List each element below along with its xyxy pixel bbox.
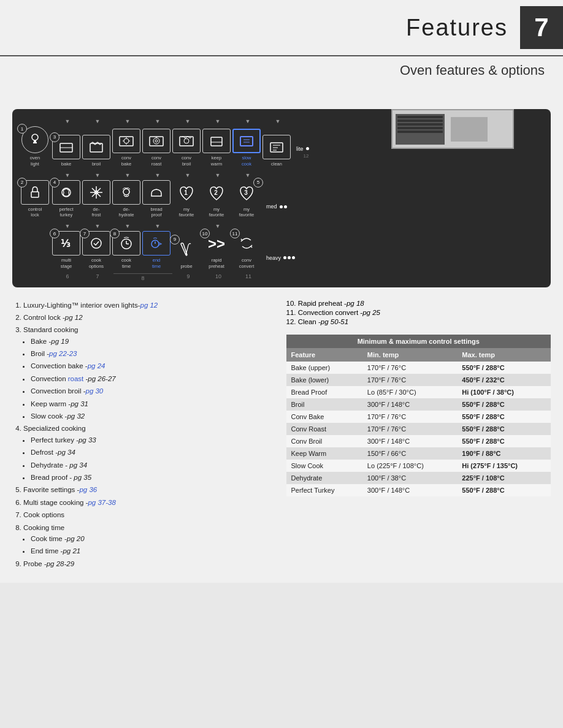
col-min-temp: Min. temp <box>362 348 457 362</box>
arrow-multi-stage: ▼ <box>53 223 82 229</box>
display-line-1 <box>397 116 443 118</box>
rapid-preheat-button[interactable]: >> rapidpreheat 10 <box>202 231 231 270</box>
bread-proof-icon <box>142 180 170 205</box>
end-time-icon <box>142 231 170 256</box>
display-line-2 <box>397 119 443 122</box>
arrow-conv-roast: ▼ <box>144 118 172 124</box>
broil-label: broil <box>92 161 101 167</box>
my-favorite-2-button[interactable]: 2 myfavorite <box>202 180 231 219</box>
badge-10: 10 <box>200 229 210 238</box>
cook-time-label: cooktime <box>121 257 131 270</box>
control-lock-button[interactable]: controllock 2 <box>20 180 50 219</box>
lite-section: lite 12 <box>296 146 309 167</box>
arrow-bake: ▼ <box>53 118 82 124</box>
dehydrate-label: de-hydrate <box>118 207 134 219</box>
conv-broil-button[interactable]: convbroil <box>172 129 201 167</box>
features-list: Luxury-Lighting™ interior oven lights-pg… <box>12 300 277 571</box>
badge-2: 2 <box>17 178 27 188</box>
badge-4: 4 <box>50 178 59 188</box>
ann-7: 7 <box>83 273 112 281</box>
dehydrate-button[interactable]: de-hydrate <box>112 180 140 219</box>
display-line-3 <box>397 123 443 126</box>
badge-9: 9 <box>170 235 180 245</box>
cook-options-button[interactable]: cookoptions 7 <box>82 231 110 270</box>
svg-point-27 <box>123 189 129 195</box>
oven-light-button[interactable]: ovenlight 1 <box>20 126 50 167</box>
my-favorite-3-button[interactable]: 3 myfavorite 5 <box>232 180 261 219</box>
table-row: Conv Bake170°F / 76°C550°F / 288°C <box>286 411 551 423</box>
probe-button[interactable]: probe 9 <box>172 237 201 270</box>
perfect-turkey-label: perfectturkey <box>59 207 74 219</box>
oven-light-label: ovenlight <box>30 155 40 167</box>
med-dots <box>280 205 287 208</box>
cook-time-button[interactable]: cooktime 8 <box>112 231 140 270</box>
med-button[interactable]: med <box>266 203 287 210</box>
ann-11: 11 <box>234 273 262 281</box>
bake-button[interactable]: bake 3 <box>52 135 80 167</box>
heavy-dots <box>283 256 295 259</box>
heavy-button[interactable]: heavy <box>266 255 295 261</box>
svg-point-13 <box>184 138 189 143</box>
conv-bake-icon <box>112 129 140 153</box>
svg-point-32 <box>91 238 101 248</box>
my-fav-2-label: myfavorite <box>209 207 224 219</box>
settings-table: Minimum & maximum control settings Featu… <box>286 335 551 496</box>
svg-rect-1 <box>34 140 36 142</box>
my-fav-3-label: myfavorite <box>239 207 255 219</box>
page-header: Features 7 <box>0 0 563 55</box>
svg-point-9 <box>153 138 159 144</box>
right-list: 10. Rapid preheat -pg 18 11. Convection … <box>286 300 551 325</box>
probe-label: probe <box>180 264 192 270</box>
end-time-button[interactable]: endtime <box>142 231 170 270</box>
arrow-perfect-turkey: ▼ <box>53 172 82 178</box>
clean-button[interactable]: clean <box>262 135 291 167</box>
conv-bake-button[interactable]: convbake <box>112 129 140 167</box>
bread-proof-button[interactable]: breadproof <box>142 180 170 219</box>
multi-stage-label: multistage <box>61 257 72 270</box>
broil-button[interactable]: broil <box>82 135 110 167</box>
multi-stage-button[interactable]: ⅓ multistage 6 <box>52 231 80 270</box>
display-line-5 <box>397 131 443 133</box>
conv-convert-button[interactable]: convconvert 11 <box>232 231 261 270</box>
table-row: Perfect Turkey300°F / 148°C550°F / 288°C <box>286 484 551 496</box>
slow-cook-label: slowcook <box>242 155 251 167</box>
control-lock-label: controllock <box>28 207 42 219</box>
arrow-cook-time: ▼ <box>113 223 142 229</box>
rapid-preheat-label: rapidpreheat <box>209 257 224 270</box>
table-row: Bread ProofLo (85°F / 30°C)Hi (100°F / 3… <box>286 386 551 398</box>
my-fav-1-label: myfavorite <box>179 207 194 219</box>
arrow-slow-cook: ▼ <box>234 118 262 124</box>
arrow-rapid-preheat: ▼ <box>204 223 232 229</box>
defrost-button[interactable]: de-frost <box>82 180 110 219</box>
list-item-7: Cook options <box>23 509 277 520</box>
list-item-3: Standard cooking Bake -pg 19 Broil -pg 2… <box>23 324 277 422</box>
svg-point-7 <box>124 138 129 143</box>
svg-rect-14 <box>211 137 222 146</box>
svg-text:⅓: ⅓ <box>61 238 71 249</box>
below-panel: Luxury-Lighting™ interior oven lights-pg… <box>12 300 551 571</box>
conv-roast-button[interactable]: convroast <box>142 129 170 167</box>
conv-roast-label: convroast <box>151 155 162 167</box>
perfect-turkey-button[interactable]: perfectturkey 4 <box>52 180 80 219</box>
conv-broil-label: convbroil <box>182 155 191 167</box>
right-list-item-10: 10. Rapid preheat -pg 18 <box>286 300 551 307</box>
dehydrate-icon <box>112 180 140 205</box>
med-section: med <box>266 203 287 218</box>
right-list-item-12: 12. Clean -pg 50-51 <box>286 318 551 325</box>
svg-rect-12 <box>180 137 193 146</box>
table-row: Bake (lower)170°F / 76°C450°F / 232°C <box>286 374 551 386</box>
badge-5: 5 <box>253 178 263 188</box>
badge-8: 8 <box>110 229 120 238</box>
arrow-end-time: ▼ <box>144 223 172 229</box>
ann-9: 9 <box>174 273 202 281</box>
conv-roast-icon <box>142 129 170 153</box>
lite-button[interactable]: lite <box>296 146 309 152</box>
keep-warm-button[interactable]: keepwarm <box>202 129 231 167</box>
my-fav-2-icon: 2 <box>202 180 231 205</box>
svg-text:2: 2 <box>214 189 218 196</box>
slow-cook-button[interactable]: slowcook <box>232 129 261 167</box>
list-item-5: Favorite settings -pg 36 <box>23 484 277 495</box>
conv-bake-label: convbake <box>121 155 131 167</box>
arrow-keep-warm: ▼ <box>204 118 232 124</box>
my-favorite-1-button[interactable]: 1 myfavorite <box>172 180 201 219</box>
